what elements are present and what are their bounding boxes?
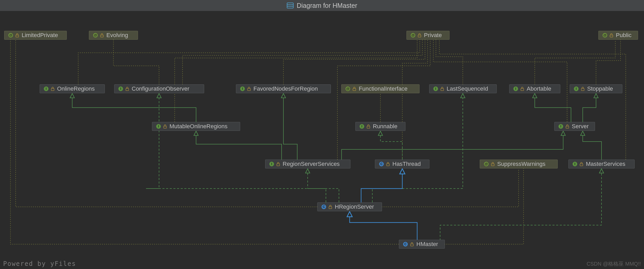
- svg-text:@: @: [411, 33, 415, 37]
- svg-text:C: C: [380, 162, 383, 166]
- svg-text:I: I: [576, 87, 576, 91]
- class-icon: C: [379, 161, 384, 167]
- node-label: SuppressWarnings: [497, 161, 545, 167]
- node-label: RegionServerServices: [283, 161, 340, 167]
- svg-rect-41: [367, 126, 370, 128]
- class-icon: C: [321, 204, 326, 209]
- lock-icon: [440, 87, 444, 91]
- lock-icon: [329, 205, 332, 209]
- svg-rect-38: [164, 126, 167, 128]
- powered-by-label: Powered by yFiles: [3, 260, 76, 267]
- interface-icon: I: [118, 86, 123, 91]
- node-regionServerServices[interactable]: IRegionServerServices: [265, 160, 350, 168]
- node-label: OnlineRegions: [57, 85, 95, 92]
- lock-icon: [520, 87, 524, 91]
- svg-text:C: C: [404, 242, 407, 246]
- watermark-label: CSDN @格格巫 MMQ!!: [587, 260, 641, 267]
- node-hasThread[interactable]: CHasThread: [375, 160, 429, 168]
- node-public[interactable]: @Public: [598, 31, 638, 40]
- svg-text:I: I: [46, 87, 46, 91]
- lock-icon: [418, 33, 421, 37]
- node-hMaster[interactable]: CHMaster: [399, 240, 445, 249]
- node-server[interactable]: IServer: [554, 122, 595, 131]
- interface-icon: I: [574, 86, 579, 91]
- node-label: LastSequenceId: [447, 85, 488, 92]
- node-label: Abortable: [527, 85, 551, 92]
- svg-text:I: I: [361, 125, 362, 128]
- lock-icon: [410, 242, 414, 246]
- diagram-title: Diagram for HMaster: [297, 2, 357, 9]
- node-configurationObserver[interactable]: IConfigurationObserver: [114, 84, 204, 93]
- node-label: MasterServices: [586, 161, 625, 167]
- svg-text:@: @: [603, 33, 607, 37]
- node-runnable[interactable]: IRunnable: [355, 122, 405, 131]
- lock-icon: [125, 87, 129, 91]
- node-hRegionServer[interactable]: CHRegionServer: [317, 202, 382, 211]
- annotation-icon: @: [484, 161, 489, 167]
- node-label: HMaster: [416, 241, 438, 248]
- lock-icon: [491, 162, 495, 166]
- node-label: FavoredNodesForRegion: [253, 85, 318, 92]
- node-functionalInterface[interactable]: @FunctionalInterface: [341, 84, 420, 93]
- interface-icon: I: [513, 86, 518, 91]
- node-stoppable[interactable]: IStoppable: [570, 84, 622, 93]
- node-private[interactable]: @Private: [406, 31, 449, 40]
- lock-icon: [100, 33, 104, 37]
- interface-icon: I: [269, 161, 274, 167]
- svg-rect-56: [580, 164, 583, 166]
- svg-text:I: I: [435, 87, 436, 91]
- node-abortable[interactable]: IAbortable: [509, 84, 560, 93]
- svg-text:C: C: [323, 205, 325, 209]
- svg-rect-44: [566, 126, 569, 128]
- lock-icon: [581, 87, 585, 91]
- node-masterServices[interactable]: IMasterServices: [568, 160, 635, 168]
- interface-icon: I: [359, 124, 364, 129]
- interface-icon: I: [156, 124, 161, 129]
- interface-icon: I: [44, 86, 49, 91]
- svg-rect-14: [610, 35, 613, 37]
- node-label: FunctionalInterface: [359, 85, 408, 92]
- node-label: Public: [616, 32, 631, 39]
- edge-layer: [0, 11, 644, 269]
- svg-text:I: I: [560, 125, 561, 128]
- node-onlineRegions[interactable]: IOnlineRegions: [40, 84, 105, 93]
- node-label: Evolving: [106, 32, 128, 39]
- svg-text:I: I: [242, 87, 243, 91]
- node-label: Server: [572, 123, 589, 130]
- node-label: HasThread: [392, 161, 421, 167]
- interface-icon: I: [433, 86, 438, 91]
- node-label: Runnable: [373, 123, 397, 130]
- svg-rect-32: [521, 89, 524, 91]
- annotation-icon: @: [8, 33, 13, 38]
- node-suppressWarnings[interactable]: @SuppressWarnings: [480, 160, 558, 168]
- lock-icon: [353, 87, 356, 91]
- svg-rect-59: [329, 207, 332, 209]
- lock-icon: [610, 33, 613, 37]
- node-mutableOnlineRegions[interactable]: IMutableOnlineRegions: [152, 122, 240, 131]
- svg-rect-50: [387, 164, 390, 166]
- annotation-icon: @: [410, 33, 416, 38]
- svg-rect-53: [491, 164, 494, 166]
- node-limitedPrivate[interactable]: @LimitedPrivate: [4, 31, 67, 40]
- svg-rect-11: [418, 35, 421, 37]
- node-label: Private: [424, 32, 442, 39]
- interface-icon: I: [240, 86, 245, 91]
- diagram-canvas[interactable]: @LimitedPrivate@Evolving@Private@PublicI…: [0, 11, 644, 269]
- svg-text:I: I: [271, 162, 272, 166]
- lock-icon: [276, 162, 280, 166]
- interface-icon: I: [572, 161, 578, 167]
- annotation-icon: @: [602, 33, 607, 38]
- svg-rect-20: [126, 89, 129, 91]
- svg-text:I: I: [574, 162, 575, 166]
- node-label: Stoppable: [587, 85, 613, 92]
- node-favoredNodesForRegion[interactable]: IFavoredNodesForRegion: [236, 84, 331, 93]
- annotation-icon: @: [93, 33, 98, 38]
- node-evolving[interactable]: @Evolving: [89, 31, 138, 40]
- svg-rect-17: [51, 89, 54, 91]
- svg-text:I: I: [158, 125, 159, 128]
- lock-icon: [163, 124, 167, 128]
- uml-diagram-icon: [287, 3, 294, 8]
- node-lastSequenceId[interactable]: ILastSequenceId: [429, 84, 497, 93]
- annotation-icon: @: [345, 86, 350, 91]
- svg-rect-62: [411, 244, 414, 246]
